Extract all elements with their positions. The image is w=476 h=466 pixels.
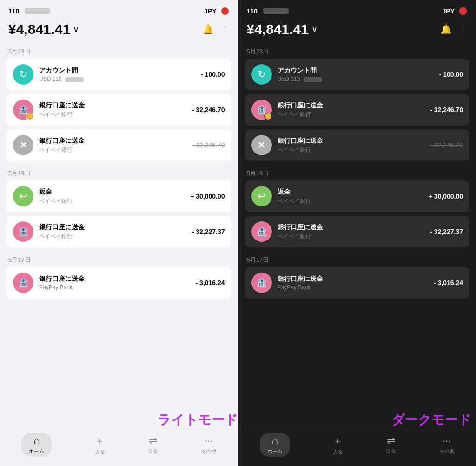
nav-home-dark[interactable]: ⌂ ホーム	[260, 433, 290, 457]
balance-display-dark[interactable]: ¥4,841.41 ∨	[247, 21, 317, 37]
plus-icon-light: ＋	[95, 434, 105, 448]
tx-details-light: 返金 ペイペイ銀行	[39, 188, 185, 205]
tx-item-dark[interactable]: 🏦 銀行口座に送金 PayPay Bank - 3,016.24	[245, 267, 470, 299]
tx-title-dark: アカウント間	[278, 67, 434, 75]
currency-info-light: JPY	[204, 7, 229, 16]
home-icon-dark: ⌂	[272, 435, 278, 447]
tx-subtitle-light: ペイペイ銀行	[39, 146, 186, 154]
tx-item-light[interactable]: 🏦 ⏱ 銀行口座に送金 ペイペイ銀行 - 32,246.70	[7, 94, 231, 126]
tx-subtitle-dark: ペイペイ銀行	[278, 111, 425, 119]
more-icon-light[interactable]: ⋮	[220, 24, 230, 35]
header-actions-dark: 🔔 ⋮	[440, 24, 468, 35]
tx-item-light[interactable]: ↩ 返金 ペイペイ銀行 + 30,000.00	[7, 180, 231, 212]
tx-title-light: アカウント間	[39, 67, 195, 75]
tx-icon-cancelled-dark: ✕	[251, 135, 272, 155]
tx-subtitle-dark: PayPay Bank	[278, 284, 428, 291]
bell-icon-dark[interactable]: 🔔	[440, 24, 452, 35]
date-header-may19-light: 5月19日	[7, 165, 231, 180]
tx-title-light: 銀行口座に送金	[39, 137, 186, 145]
tx-subtitle-dark: ペイペイ銀行	[278, 233, 425, 240]
nav-more-light[interactable]: ··· その他	[201, 435, 216, 455]
dark-panel: 110 JPY ¥4,841.41 ∨ 🔔 ⋮ 5月23日 ↻ アカウント間 U	[238, 0, 476, 466]
tx-item-light[interactable]: ✕ 銀行口座に送金 ペイペイ銀行 - 32,246.70	[7, 129, 231, 161]
date-header-may23-light: 5月23日	[7, 43, 231, 59]
transfer-icon-light: ⇌	[149, 435, 157, 447]
tx-subtitle-dark: USD 110	[278, 76, 434, 82]
bell-icon-light[interactable]: 🔔	[202, 24, 214, 35]
more-icon-dark[interactable]: ⋮	[458, 24, 468, 35]
tx-title-dark: 銀行口座に送金	[278, 275, 428, 283]
tx-amount-light: - 3,016.24	[195, 279, 225, 286]
tx-item-dark[interactable]: ↻ アカウント間 USD 110 - 100.00	[245, 59, 470, 90]
tx-details-light: 銀行口座に送金 ペイペイ銀行	[39, 223, 186, 240]
tx-amount-dark: - 100.00	[439, 71, 463, 78]
tx-title-dark: 銀行口座に送金	[278, 223, 425, 232]
bottom-nav-light: ⌂ ホーム ＋ 入金 ⇌ 送金 ··· その他	[0, 428, 238, 466]
tx-subtitle-light: ペイペイ銀行	[39, 233, 186, 240]
plus-icon-dark: ＋	[333, 434, 343, 448]
clock-badge-dark: ⏱	[264, 113, 272, 120]
tx-details-dark: 銀行口座に送金 ペイペイ銀行	[278, 137, 425, 154]
tx-title-light: 返金	[39, 188, 185, 196]
tx-amount-dark: - 3,016.24	[434, 279, 463, 286]
transaction-list-light: 5月23日 ↻ アカウント間 USD 110 - 100.00 🏦 ⏱ 銀行口座…	[0, 43, 238, 428]
chevron-down-icon-light: ∨	[73, 24, 79, 34]
account-number-dark: 110	[247, 7, 258, 15]
nav-transfer-label-light: 送金	[148, 448, 158, 455]
tx-amount-light: - 32,227.37	[192, 228, 225, 235]
tx-title-dark: 銀行口座に送金	[278, 101, 425, 110]
tx-item-light[interactable]: 🏦 銀行口座に送金 ペイペイ銀行 - 32,227.37	[7, 216, 231, 247]
balance-amount-light: ¥4,841.41	[8, 21, 70, 37]
nav-deposit-dark[interactable]: ＋ 入金	[333, 434, 343, 456]
tx-amount-light: - 32,246.70	[192, 141, 225, 149]
tx-amount-dark: - 32,246.70	[430, 141, 463, 149]
currency-label-light: JPY	[204, 7, 216, 15]
tx-title-light: 銀行口座に送金	[39, 101, 186, 110]
nav-transfer-light[interactable]: ⇌ 送金	[148, 435, 158, 455]
tx-amount-dark: - 32,246.70	[430, 106, 463, 113]
tx-amount-dark: - 32,227.37	[430, 228, 463, 235]
tx-title-dark: 返金	[278, 188, 423, 196]
currency-label-dark: JPY	[443, 7, 455, 15]
tx-icon-bank3-dark: 🏦	[251, 273, 272, 293]
status-circle-light	[220, 7, 230, 16]
account-blur-dark	[263, 8, 289, 14]
nav-transfer-dark[interactable]: ⇌ 送金	[386, 435, 396, 455]
status-circle-dark	[458, 7, 468, 16]
nav-home-label-dark: ホーム	[267, 448, 283, 455]
tx-icon-bank3-light: 🏦	[13, 273, 33, 293]
tx-item-light[interactable]: 🏦 銀行口座に送金 PayPay Bank - 3,016.24	[7, 267, 231, 299]
tx-item-dark[interactable]: 🏦 ⏱ 銀行口座に送金 ペイペイ銀行 - 32,246.70	[245, 94, 470, 126]
tx-details-dark: 銀行口座に送金 PayPay Bank	[278, 275, 428, 291]
nav-more-dark[interactable]: ··· その他	[439, 435, 455, 455]
account-number-light: 110	[8, 7, 19, 15]
tx-details-light: アカウント間 USD 110	[39, 67, 195, 82]
tx-subtitle-light: PayPay Bank	[39, 284, 190, 291]
tx-subtitle-light: ペイペイ銀行	[39, 111, 186, 119]
light-panel: 110 JPY ¥4,841.41 ∨ 🔔 ⋮ 5月23日 ↻ アカウント間 U	[0, 0, 238, 466]
tx-icon-bank-light: 🏦 ⏱	[13, 100, 33, 120]
tx-icon-cancelled-light: ✕	[13, 135, 33, 155]
nav-home-label-light: ホーム	[29, 448, 44, 455]
tx-item-light[interactable]: ↻ アカウント間 USD 110 - 100.00	[7, 59, 231, 90]
tx-subtitle-dark: ペイペイ銀行	[278, 197, 423, 205]
tx-details-light: 銀行口座に送金 PayPay Bank	[39, 275, 190, 291]
tx-item-dark[interactable]: ✕ 銀行口座に送金 ペイペイ銀行 - 32,246.70	[245, 129, 470, 161]
nav-more-label-dark: その他	[439, 448, 455, 455]
bottom-nav-dark: ⌂ ホーム ＋ 入金 ⇌ 送金 ··· その他	[238, 428, 476, 466]
home-icon-light: ⌂	[33, 435, 40, 447]
balance-display-light[interactable]: ¥4,841.41 ∨	[8, 21, 79, 37]
tx-amount-light: - 32,246.70	[192, 106, 225, 113]
tx-details-light: 銀行口座に送金 ペイペイ銀行	[39, 137, 186, 154]
date-header-may19-dark: 5月19日	[245, 165, 470, 180]
tx-amount-light: + 30,000.00	[190, 193, 225, 200]
tx-item-dark[interactable]: ↩ 返金 ペイペイ銀行 + 30,000.00	[245, 180, 470, 212]
nav-home-light[interactable]: ⌂ ホーム	[21, 433, 52, 457]
tx-icon-bank-dark: 🏦 ⏱	[251, 100, 272, 120]
tx-item-dark[interactable]: 🏦 銀行口座に送金 ペイペイ銀行 - 32,227.37	[245, 216, 470, 247]
transfer-icon-dark: ⇌	[387, 435, 395, 447]
tx-details-dark: 返金 ペイペイ銀行	[278, 188, 423, 205]
tx-amount-light: - 100.00	[201, 71, 225, 78]
nav-deposit-light[interactable]: ＋ 入金	[95, 434, 105, 456]
mode-label-light: ライトモード	[158, 411, 238, 429]
